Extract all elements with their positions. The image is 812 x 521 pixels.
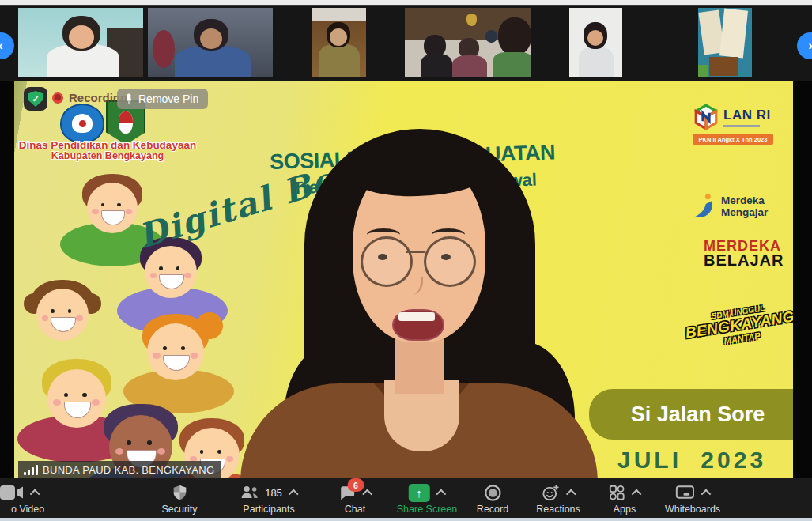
toolbar-apps[interactable]: Apps [608, 478, 641, 518]
chevron-right-icon: › [808, 38, 812, 54]
whiteboards-label: Whiteboards [665, 504, 720, 515]
apps-label: Apps [614, 504, 636, 515]
security-shield-icon [171, 484, 188, 502]
gallery-prev-button[interactable]: ‹ [0, 32, 14, 59]
speaker-glasses [361, 236, 413, 287]
record-label: Record [477, 504, 508, 515]
participants-caret[interactable] [289, 489, 299, 499]
merdeka-mengajar-logo: Merdeka Mengajar [691, 192, 768, 222]
video-thumbnail-2[interactable] [148, 8, 273, 77]
video-caret[interactable] [30, 489, 40, 499]
zoom-meeting-window: ‹ › [0, 0, 812, 521]
pinned-video-stage: Dinas Pendidikan dan Kebudayaan Kabupate… [0, 81, 812, 478]
chat-label: Chat [345, 504, 365, 515]
video-camera-icon [0, 484, 24, 501]
chat-unread-badge: 6 [348, 478, 364, 492]
merdeka-belajar-logo: MERDEKA BELAJAR [704, 240, 784, 268]
toolbar-stop-video[interactable]: o Video [11, 478, 44, 518]
toolbar-chat[interactable]: 6 Chat [338, 478, 372, 518]
record-icon [483, 484, 501, 502]
toolbar-reactions[interactable]: Reactions [536, 478, 580, 518]
remove-pin-button[interactable]: Remove Pin [117, 89, 208, 109]
gallery-strip: ‹ › [0, 6, 812, 81]
lanri-name: LAN RI [723, 108, 771, 123]
merdeka-mengajar-icon [691, 192, 716, 222]
shield-check-icon: ✓ [28, 91, 43, 107]
recording-dot-icon [52, 92, 63, 104]
participants-count: 185 [265, 487, 282, 499]
security-label: Security [161, 504, 197, 515]
window-bottom-edge [0, 518, 812, 521]
participants-label: Participants [243, 504, 294, 515]
gallery-next-button[interactable]: › [797, 32, 812, 59]
participant-name-label: BUNDA PAUD KAB. BENGKAYANG [18, 461, 221, 478]
chevron-left-icon: ‹ [0, 38, 3, 54]
meeting-toolbar: o Video Security 185 [0, 478, 812, 518]
lanri-tagline [723, 125, 760, 127]
toolbar-whiteboards[interactable]: Whiteboards [665, 478, 720, 518]
lanri-banner: PKN II Angkt X Thn 2023 [693, 134, 773, 145]
window-chrome-strip [0, 0, 812, 6]
toolbar-record[interactable]: Record [477, 478, 508, 518]
participants-icon [240, 484, 260, 501]
share-label: Share Screen [397, 504, 457, 515]
video-thumbnail-6[interactable] [698, 8, 752, 77]
share-screen-icon: ↑ [409, 484, 430, 502]
video-thumbnail-4[interactable] [405, 8, 531, 77]
education-ministry-crest-icon [60, 104, 104, 143]
whiteboards-caret[interactable] [701, 489, 711, 499]
reactions-caret[interactable] [566, 489, 576, 499]
graffiti-slogan: SDM UNGGUL BENGKAYANG MANTAP [674, 298, 793, 353]
pinned-video[interactable]: Dinas Pendidikan dan Kebudayaan Kabupate… [14, 81, 793, 478]
remove-pin-label: Remove Pin [138, 92, 198, 105]
participant-name: BUNDA PAUD KAB. BENGKAYANG [43, 464, 214, 476]
apps-caret[interactable] [632, 489, 642, 499]
share-caret[interactable] [436, 489, 446, 499]
toolbar-security[interactable]: Security [161, 478, 197, 518]
pin-icon [124, 93, 134, 105]
lanri-cube-icon [693, 104, 719, 130]
chat-caret[interactable] [362, 489, 372, 499]
toolbar-share-screen[interactable]: ↑ Share Screen [397, 478, 457, 518]
recording-indicator: Recording [52, 91, 127, 104]
audio-level-icon [24, 465, 38, 475]
lanri-logo: LAN RI PKN II Angkt X Thn 2023 [693, 104, 773, 145]
organizer-text: Dinas Pendidikan dan Kebudayaan Kabupate… [16, 140, 199, 161]
video-thumbnail-5[interactable] [569, 8, 622, 77]
reactions-label: Reactions [536, 504, 580, 515]
video-thumbnail-1[interactable] [18, 8, 143, 77]
event-banner: Si Jalan Sore [589, 389, 793, 440]
toolbar-participants[interactable]: 185 Participants [240, 478, 298, 518]
apps-icon [608, 484, 625, 501]
reactions-smiley-icon [541, 484, 560, 502]
event-date: 4 JULI 2023 [582, 447, 793, 474]
encryption-badge[interactable]: ✓ [24, 87, 47, 111]
whiteboards-icon [675, 484, 695, 501]
video-thumbnail-3[interactable] [312, 8, 366, 77]
video-label: o Video [11, 504, 44, 515]
